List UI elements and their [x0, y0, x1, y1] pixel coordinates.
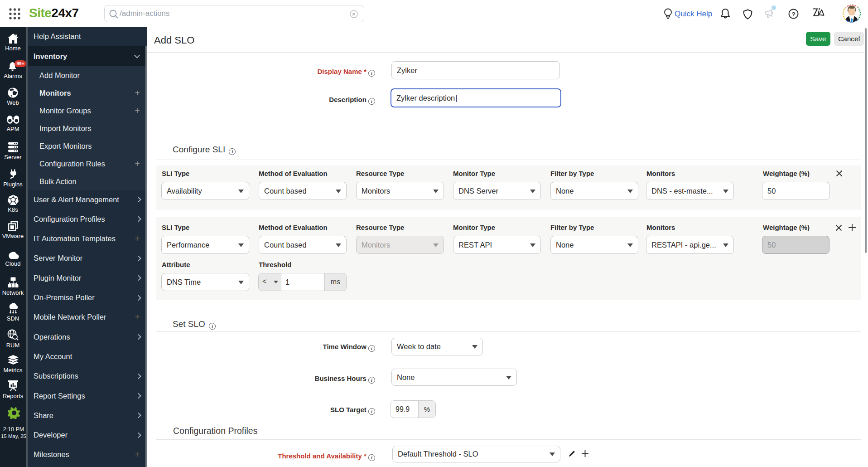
svg-text:?: ? [791, 11, 795, 18]
